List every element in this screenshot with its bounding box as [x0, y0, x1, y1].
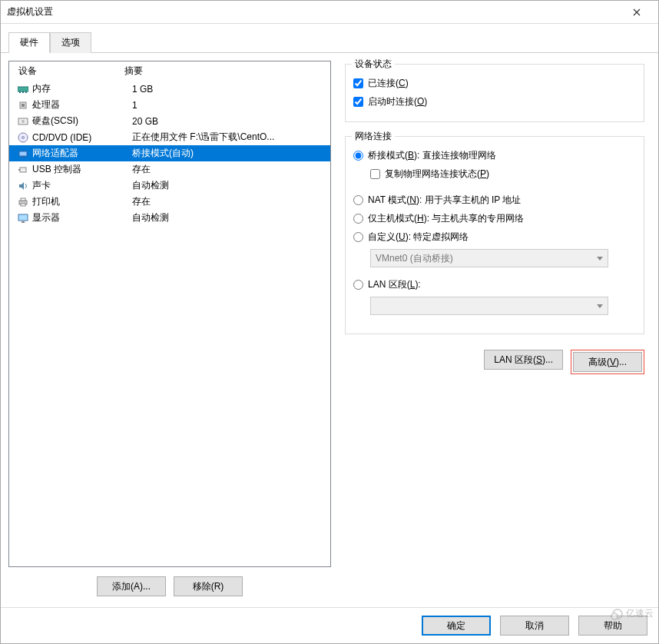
svg-point-9	[22, 136, 25, 138]
row-usb[interactable]: USB 控制器 存在	[9, 161, 330, 178]
svg-rect-18	[18, 214, 28, 221]
radio-nat-label: NAT 模式(N): 用于共享主机的 IP 地址	[368, 194, 521, 207]
row-cddvd[interactable]: CD/DVD (IDE) 正在使用文件 F:\迅雷下载\CentO...	[9, 129, 330, 145]
row-processor[interactable]: 处理器 1	[9, 97, 330, 113]
radio-lan[interactable]: LAN 区段(L):	[353, 275, 636, 294]
row-label: 内存	[32, 82, 132, 95]
right-panel: 设备状态 已连接(C) 启动时连接(O) 网络连接 桥接模式(B): 直接连接物…	[339, 61, 651, 599]
row-label: 打印机	[32, 195, 132, 208]
window-title: 虚拟机设置	[7, 5, 621, 18]
dropdown-value: VMnet0 (自动桥接)	[376, 252, 453, 265]
list-header: 设备 摘要	[9, 61, 330, 81]
row-label: 网络适配器	[32, 147, 132, 160]
connected-checkbox[interactable]: 已连接(C)	[353, 74, 636, 92]
row-summary: 自动检测	[132, 211, 330, 224]
radio-custom[interactable]: 自定义(U): 特定虚拟网络	[353, 227, 636, 246]
tab-options[interactable]: 选项	[50, 32, 91, 53]
radio-custom-label: 自定义(U): 特定虚拟网络	[368, 231, 469, 244]
radio-nat[interactable]: NAT 模式(N): 用于共享主机的 IP 地址	[353, 191, 636, 209]
network-icon	[17, 148, 29, 160]
radio-lan-label: LAN 区段(L):	[368, 278, 421, 291]
radio-custom-input[interactable]	[353, 232, 363, 242]
radio-bridged[interactable]: 桥接模式(B): 直接连接物理网络	[353, 146, 636, 164]
close-icon	[633, 8, 641, 16]
row-network[interactable]: 网络适配器 桥接模式(自动)	[9, 145, 330, 161]
network-connection-group: 网络连接 桥接模式(B): 直接连接物理网络 复制物理网络连接状态(P) NAT…	[345, 136, 644, 334]
radio-hostonly[interactable]: 仅主机模式(H): 与主机共享的专用网络	[353, 209, 636, 227]
advanced-highlight: 高级(V)...	[571, 350, 644, 374]
svg-rect-10	[19, 151, 27, 156]
row-label: 声卡	[32, 179, 132, 192]
radio-hostonly-input[interactable]	[353, 214, 363, 224]
ok-button[interactable]: 确定	[422, 616, 491, 636]
row-label: 硬盘(SCSI)	[32, 115, 132, 128]
svg-rect-1	[19, 91, 21, 93]
lan-segment-dropdown[interactable]	[370, 297, 608, 315]
replicate-checkbox[interactable]: 复制物理网络连接状态(P)	[370, 164, 636, 183]
disc-icon	[17, 131, 29, 144]
svg-point-7	[22, 120, 25, 123]
cpu-icon	[17, 99, 29, 111]
hdd-icon	[17, 115, 29, 128]
left-panel: 设备 摘要 内存 1 GB 处理器 1 硬盘(SCSI) 20 GB	[8, 61, 331, 599]
sound-icon	[17, 180, 29, 192]
connected-label: 已连接(C)	[368, 77, 409, 90]
row-label: CD/DVD (IDE)	[32, 132, 132, 143]
row-printer[interactable]: 打印机 存在	[9, 194, 330, 210]
custom-vnet-dropdown[interactable]: VMnet0 (自动桥接)	[370, 249, 608, 267]
content-area: 设备 摘要 内存 1 GB 处理器 1 硬盘(SCSI) 20 GB	[1, 53, 658, 607]
row-memory[interactable]: 内存 1 GB	[9, 81, 330, 97]
row-summary: 1	[132, 100, 330, 111]
replicate-label: 复制物理网络连接状态(P)	[385, 168, 489, 181]
radio-nat-input[interactable]	[353, 195, 363, 205]
row-display[interactable]: 显示器 自动检测	[9, 210, 330, 226]
advanced-button[interactable]: 高级(V)...	[573, 352, 642, 372]
row-label: 显示器	[32, 211, 132, 224]
lan-segments-button[interactable]: LAN 区段(S)...	[484, 350, 563, 370]
group-title: 网络连接	[352, 130, 395, 143]
svg-rect-12	[20, 168, 26, 172]
device-list[interactable]: 设备 摘要 内存 1 GB 处理器 1 硬盘(SCSI) 20 GB	[8, 61, 331, 567]
footer: 确定 取消 帮助	[1, 607, 658, 643]
close-button[interactable]	[621, 2, 652, 23]
group-title: 设备状态	[352, 58, 395, 71]
row-summary: 自动检测	[132, 179, 330, 192]
svg-rect-3	[25, 91, 27, 93]
device-status-group: 设备状态 已连接(C) 启动时连接(O)	[345, 64, 644, 122]
svg-rect-11	[22, 156, 25, 158]
connect-power-checkbox[interactable]: 启动时连接(O)	[353, 92, 636, 111]
display-icon	[17, 212, 29, 224]
replicate-input[interactable]	[370, 169, 380, 179]
titlebar: 虚拟机设置	[1, 1, 658, 24]
add-button[interactable]: 添加(A)...	[97, 576, 166, 596]
connect-power-label: 启动时连接(O)	[368, 95, 427, 108]
tabbar: 硬件 选项	[1, 24, 658, 53]
printer-icon	[17, 196, 29, 208]
remove-button[interactable]: 移除(R)	[174, 576, 243, 596]
col-summary: 摘要	[124, 65, 330, 78]
cancel-button[interactable]: 取消	[500, 616, 569, 636]
vm-settings-window: 虚拟机设置 硬件 选项 设备 摘要 内存 1 GB 处理器	[0, 0, 659, 644]
svg-rect-0	[18, 87, 28, 91]
svg-rect-17	[21, 204, 25, 206]
row-summary: 存在	[132, 163, 330, 176]
svg-rect-16	[21, 198, 25, 201]
connected-input[interactable]	[353, 78, 363, 88]
svg-marker-14	[19, 182, 24, 190]
svg-rect-5	[22, 104, 25, 107]
col-device: 设备	[9, 65, 124, 78]
connect-power-input[interactable]	[353, 97, 363, 107]
radio-bridged-input[interactable]	[353, 151, 363, 161]
row-hdd[interactable]: 硬盘(SCSI) 20 GB	[9, 113, 330, 129]
left-actions: 添加(A)... 移除(R)	[8, 567, 331, 599]
row-summary: 20 GB	[132, 116, 330, 127]
right-actions: LAN 区段(S)... 高级(V)...	[345, 350, 644, 374]
tab-hardware[interactable]: 硬件	[8, 32, 50, 53]
usb-icon	[17, 164, 29, 176]
row-summary: 1 GB	[132, 84, 330, 95]
radio-hostonly-label: 仅主机模式(H): 与主机共享的专用网络	[368, 212, 524, 225]
help-button[interactable]: 帮助	[578, 616, 647, 636]
radio-bridged-label: 桥接模式(B): 直接连接物理网络	[368, 149, 496, 162]
row-sound[interactable]: 声卡 自动检测	[9, 178, 330, 194]
radio-lan-input[interactable]	[353, 280, 363, 290]
